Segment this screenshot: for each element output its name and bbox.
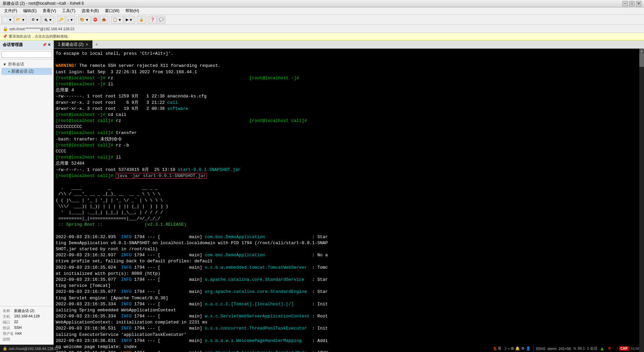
toolbar-lock[interactable]: 🔒	[138, 16, 146, 24]
scroll-thumb[interactable]	[639, 53, 644, 67]
sidebar-close-button[interactable]: ✕	[48, 43, 51, 47]
notification-bar: 📌 要添加此会话，点击左边的图标按钮.	[0, 33, 644, 40]
main-area: 会话管理器 📌 ✕ ▼ 所有会话 ● 新建会话 (2)	[0, 40, 644, 345]
terminal-scrollbar[interactable]: ▲ ▼	[639, 49, 644, 352]
send-icon: 📤	[102, 17, 106, 22]
cap-badge: CAP	[619, 346, 629, 351]
terminal-log-3: 2022-09-03 23:16:35.024	[56, 265, 121, 270]
toolbar-key[interactable]: 🔑	[57, 16, 65, 24]
toolbar-color[interactable]: 🎨▼	[78, 16, 91, 24]
terminal-prompt-4: [root@localhost call]#	[56, 118, 113, 123]
help-icon: ❓	[150, 17, 155, 22]
tree-group-all: ▼ 所有会话 ● 新建会话 (2)	[1, 61, 52, 75]
info-label-desc: 说明	[3, 337, 13, 342]
info-row-name: 名称 新建会话 (2)	[3, 308, 51, 313]
pin-icon: 📌	[3, 34, 7, 39]
terminal-spring-art: . ____ _ __ _ _ /\\ / ___'_ __ _ _(_)_ _…	[56, 185, 168, 221]
status-percent: ％ 56.1	[573, 346, 585, 351]
terminal-file-3: drwxr-xr-x. 3 root root 19 9月 2 00:38	[56, 106, 167, 111]
terminal[interactable]: To escape to local shell, press 'Ctrl+Al…	[54, 49, 639, 352]
tray-s-icon: S	[493, 346, 496, 351]
tray-person-icon: 👤	[526, 346, 531, 351]
num-badge: NUM	[631, 347, 639, 351]
terminal-warning: WARNING!	[56, 63, 76, 68]
scroll-track[interactable]	[639, 53, 644, 352]
toolbar-transfer[interactable]: ↕▼	[66, 16, 75, 24]
toolbar-new[interactable]: 📄▼	[1, 16, 14, 24]
window-controls: ─ □ ✕	[623, 1, 641, 6]
menu-tabs[interactable]: 选项卡(B)	[79, 7, 102, 14]
toolbar-help[interactable]: ❓	[149, 16, 157, 24]
status-cols: 241×56	[558, 347, 571, 351]
terminal-jar-file: -rw-r--r--. 1 root root 53743615 8月 25 1…	[56, 167, 178, 172]
terminal-cmd: java -jar start-0.0.1-SNAPSHOT.jar	[116, 173, 207, 179]
sidebar-pin-button[interactable]: 📌	[42, 43, 47, 47]
menu-view[interactable]: 查看(V)	[40, 7, 59, 14]
scroll-up-arrow[interactable]: ▲	[639, 49, 644, 53]
terminal-error: -bash: transfer: 未找到命令	[56, 137, 122, 142]
maximize-button[interactable]: □	[629, 1, 635, 6]
info-value-protocol: SSH	[14, 325, 22, 331]
sidebar: 会话管理器 📌 ✕ ▼ 所有会话 ● 新建会话 (2)	[0, 40, 54, 345]
toolbar-connect[interactable]: 🔌▼	[42, 16, 54, 24]
toolbar-properties[interactable]: ⚙▼	[30, 16, 41, 24]
terminal-spring-boot-label: :: Spring Boot :: (v2.3.1.RELEASE)	[56, 222, 186, 227]
sidebar-title: 会话管理器	[3, 42, 23, 48]
terminal-log-5: 2022-09-03 23:16:35.077	[56, 289, 121, 294]
menu-tools[interactable]: 工具(T)	[59, 7, 78, 14]
tab-label: 1 新建会话 (2)	[58, 42, 84, 47]
tray-bell-icon: 🔔	[515, 346, 520, 351]
terminal-prompt-7: [root@localhost call]#	[56, 155, 113, 160]
toolbar-send[interactable]: 📤	[100, 16, 108, 24]
menu-bar: 文件(F) 编辑(E) 查看(V) 工具(T) 选项卡(B) 窗口(W) 帮助(…	[0, 7, 644, 15]
tab-bar: 1 新建会话 (2) ✕ +	[54, 40, 644, 49]
menu-window[interactable]: 窗口(W)	[102, 7, 122, 14]
ssh-status-icon: 🔒	[3, 346, 7, 351]
window-title: 新建会话 (2) - root@localhost:~/call - Xshel…	[3, 1, 84, 6]
menu-file[interactable]: 文件(F)	[1, 7, 20, 14]
toolbar-macro[interactable]: ▶▼	[124, 16, 135, 24]
toolbar-stop[interactable]: ⛔	[91, 16, 99, 24]
toolbar-script[interactable]: 📋▼	[111, 16, 123, 24]
address-text: ssh://root:**********@192.168.44.128:22	[9, 27, 641, 31]
minimize-button[interactable]: ─	[623, 1, 628, 6]
terminal-prompt-2: [root@localhost ~]#	[56, 82, 105, 87]
tray-lang: 英	[498, 346, 501, 351]
macro-icon: ▶	[126, 17, 128, 22]
terminal-prompt-3: [root@localhost ~]#	[56, 112, 105, 117]
connect-icon: 🔌	[43, 17, 48, 22]
terminal-file-1: -rw-------. 1 root root 1259 9月 1 22:38 …	[56, 94, 207, 99]
status-badges: CAP NUM	[617, 346, 641, 351]
status-ssh2: SSH2	[536, 347, 545, 351]
ssh-lock-icon: 🔒	[3, 26, 8, 31]
toolbar-chat[interactable]: 💬	[157, 16, 165, 24]
toolbar-open[interactable]: 📂▼	[14, 16, 27, 24]
terminal-log-2: 2022-09-03 23:16:32.937	[56, 253, 121, 258]
tree-expand-icon: ▼	[3, 62, 7, 67]
info-label-name: 名称	[3, 308, 13, 313]
status-sessions: 1 会话	[587, 346, 597, 351]
all-sessions-label[interactable]: ▼ 所有会话	[1, 61, 52, 68]
transfer-icon: ↕	[67, 18, 69, 22]
toolbar-sep4	[109, 16, 110, 24]
tab-add-button[interactable]: +	[93, 40, 101, 48]
terminal-prompt-8: [root@localhost call]#	[56, 173, 113, 178]
session-item-1[interactable]: ● 新建会话 (2)	[1, 68, 52, 75]
close-button[interactable]: ✕	[636, 1, 641, 6]
sidebar-search-input[interactable]	[1, 51, 52, 58]
status-arrow-down: ▼	[607, 346, 612, 352]
terminal-log-8: 2022-09-03 23:16:36.531	[56, 326, 121, 331]
tab-close-button[interactable]: ✕	[86, 43, 88, 46]
status-left: 🔒 ssh://root@192.168.44.128:22	[0, 346, 491, 351]
menu-help[interactable]: 帮助(H)	[123, 7, 142, 14]
session-active-dot: ●	[8, 70, 10, 73]
menu-edit[interactable]: 编辑(E)	[20, 7, 39, 14]
terminal-cccc: CCCC	[56, 149, 66, 154]
address-bar: 🔒 ssh://root:**********@192.168.44.128:2…	[0, 25, 644, 33]
title-bar: 新建会话 (2) - root@localhost:~/call - Xshel…	[0, 0, 644, 7]
terminal-line-1: To escape to local shell, press 'Ctrl+Al…	[56, 51, 173, 56]
toolbar-sep5	[136, 16, 136, 24]
info-row-protocol: 协议 SSH	[3, 325, 51, 331]
tab-session-1[interactable]: 1 新建会话 (2) ✕	[54, 40, 93, 48]
info-value-username: root	[15, 331, 21, 336]
